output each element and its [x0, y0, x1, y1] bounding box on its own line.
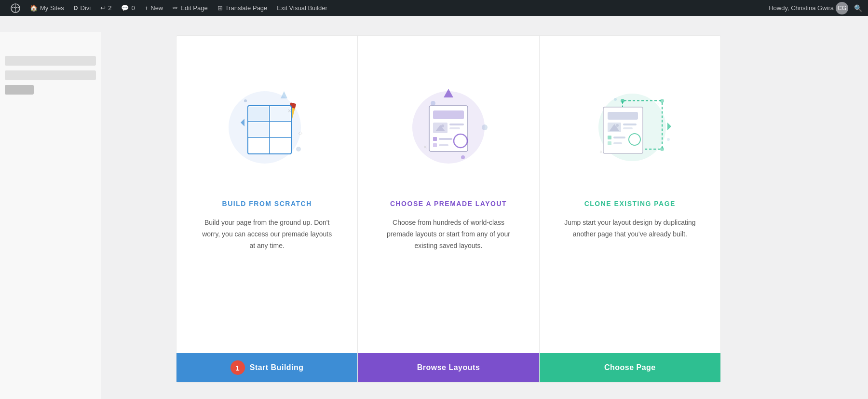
search-icon[interactable]: 🔍 — [854, 4, 862, 12]
svg-point-59 — [667, 138, 670, 141]
main-content: × ◇ BUILD FROM SCRATCH Build your page f… — [0, 16, 868, 399]
svg-marker-5 — [281, 91, 287, 98]
card-premade-desc: Choose from hundreds of world-class prem… — [381, 217, 516, 251]
sidebar-bar-2 — [5, 70, 96, 80]
svg-rect-30 — [449, 127, 460, 129]
svg-point-3 — [244, 99, 247, 102]
svg-point-58 — [614, 98, 617, 101]
svg-rect-31 — [433, 137, 437, 141]
translate-page-label: Translate Page — [225, 4, 268, 12]
plus-icon: + — [145, 4, 149, 12]
svg-rect-25 — [433, 110, 464, 119]
btn-badge: 1 — [231, 360, 245, 375]
svg-rect-51 — [613, 137, 625, 138]
svg-rect-48 — [623, 124, 637, 125]
svg-rect-49 — [623, 127, 633, 129]
start-building-button[interactable]: 1 Start Building — [176, 353, 357, 382]
edit-page-item[interactable]: ✏ Edit Page — [168, 0, 212, 16]
comments-item[interactable]: 💬 0 — [116, 0, 139, 16]
edit-page-label: Edit Page — [180, 4, 207, 12]
comments-icon: 💬 — [121, 4, 129, 12]
cards-container: × ◇ BUILD FROM SCRATCH Build your page f… — [176, 35, 721, 383]
divi-label: Divi — [81, 4, 91, 12]
card-scratch-title: BUILD FROM SCRATCH — [222, 200, 312, 207]
admin-bar: 🏠 My Sites D Divi ↩ 2 💬 0 + New ✏ Edit P… — [0, 0, 868, 16]
translate-page-item[interactable]: ⊞ Translate Page — [213, 0, 272, 16]
sidebar-bar-3 — [5, 85, 34, 95]
admin-bar-right: Howdy, Christina Gwira CG 🔍 — [769, 2, 862, 14]
svg-rect-34 — [439, 144, 448, 146]
revisions-icon: ↩ — [100, 4, 106, 12]
browse-layouts-label: Browse Layouts — [417, 363, 480, 372]
card-premade: × — [357, 35, 539, 383]
card-clone-desc: Jump start your layout design by duplica… — [562, 217, 697, 240]
svg-text:×: × — [599, 149, 603, 155]
svg-rect-29 — [449, 124, 464, 125]
divi-logo-icon: D — [74, 5, 78, 12]
choose-page-label: Choose Page — [604, 363, 656, 372]
svg-rect-32 — [439, 138, 452, 140]
svg-point-36 — [461, 155, 465, 159]
svg-rect-44 — [608, 112, 638, 120]
svg-text:◇: ◇ — [298, 130, 302, 136]
new-item[interactable]: + New — [140, 0, 168, 16]
svg-rect-53 — [613, 142, 622, 144]
svg-point-47 — [616, 124, 619, 127]
card-premade-title: CHOOSE A PREMADE LAYOUT — [390, 200, 507, 207]
svg-text:×: × — [288, 108, 291, 114]
svg-rect-15 — [249, 123, 269, 137]
svg-point-28 — [441, 124, 444, 127]
wp-logo-item[interactable] — [6, 0, 25, 16]
card-scratch-desc: Build your page from the ground up. Don'… — [200, 217, 335, 251]
svg-rect-33 — [433, 143, 437, 147]
exit-vb-label: Exit Visual Builder — [277, 4, 327, 12]
divi-item[interactable]: D Divi — [69, 0, 95, 16]
card-premade-illustration: × — [386, 60, 511, 185]
browse-layouts-button[interactable]: Browse Layouts — [358, 353, 539, 382]
my-sites-label: My Sites — [40, 4, 64, 12]
revisions-item[interactable]: ↩ 2 — [95, 0, 116, 16]
svg-rect-13 — [249, 107, 269, 121]
wp-logo-icon — [11, 3, 20, 13]
svg-rect-14 — [271, 107, 290, 121]
edit-icon: ✏ — [173, 4, 178, 12]
sidebar-bar-1 — [5, 56, 96, 66]
sidebar — [0, 32, 101, 399]
svg-point-23 — [431, 101, 435, 106]
new-label: New — [150, 4, 163, 12]
svg-rect-50 — [608, 136, 611, 139]
svg-point-21 — [482, 124, 488, 130]
card-clone-illustration: ○ × — [567, 60, 692, 185]
choose-page-button[interactable]: Choose Page — [540, 353, 720, 382]
my-sites-item[interactable]: 🏠 My Sites — [25, 0, 69, 16]
avatar: CG — [836, 2, 848, 14]
translate-icon: ⊞ — [217, 4, 223, 12]
revisions-count: 2 — [108, 4, 111, 12]
svg-point-42 — [660, 147, 664, 151]
svg-point-39 — [621, 99, 624, 103]
svg-point-40 — [660, 99, 664, 103]
home-icon: 🏠 — [30, 4, 38, 12]
card-clone-title: CLONE EXISTING PAGE — [584, 200, 676, 207]
comments-count: 0 — [131, 4, 135, 12]
svg-point-4 — [296, 147, 301, 151]
card-scratch: × ◇ BUILD FROM SCRATCH Build your page f… — [176, 35, 357, 383]
svg-text:×: × — [423, 143, 427, 151]
svg-marker-55 — [667, 123, 671, 130]
exit-vb-item[interactable]: Exit Visual Builder — [272, 0, 332, 16]
svg-rect-52 — [608, 141, 611, 145]
user-greeting: Howdy, Christina Gwira — [769, 4, 834, 12]
card-clone: ○ × CLONE EXISTING PAGE Jump start your … — [540, 35, 721, 383]
start-building-label: Start Building — [250, 363, 304, 372]
svg-text:○: ○ — [656, 101, 660, 107]
card-scratch-illustration: × ◇ — [204, 60, 330, 185]
